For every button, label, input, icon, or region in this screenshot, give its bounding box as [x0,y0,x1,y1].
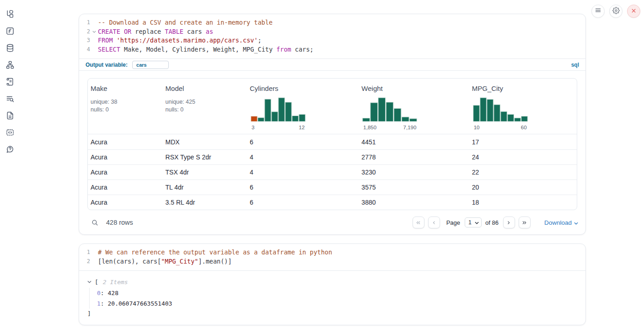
table-cell: 6 [247,199,359,206]
sidebar-item-search-logs[interactable] [5,95,15,105]
table-row: AcuraTSX 4dr4323022 [88,164,577,180]
fold-gutter [90,257,98,266]
scroll-icon [5,77,15,88]
result-table: Makeunique: 38nulls: 0Modelunique: 425nu… [87,78,577,210]
code-text: -- Download a CSV and create an in-memor… [98,18,273,27]
line-number: 2 [79,27,90,37]
histogram-max-label: 12 [299,125,305,130]
code-line: 1# We can reference the output variable … [79,248,585,257]
function-icon [5,26,15,37]
code-line: 2[len(cars), cars["MPG_City"].mean()] [79,257,585,266]
column-header-model[interactable]: Modelunique: 425nulls: 0 [163,79,247,134]
column-header-make[interactable]: Makeunique: 38nulls: 0 [88,79,163,134]
row-count: 428 rows [106,219,133,226]
fold-gutter [90,18,98,27]
next-page-button[interactable] [503,217,515,228]
sidebar-item-file-tree[interactable] [5,10,15,20]
table-cell: Acura [88,138,163,146]
sidebar-item-function[interactable] [5,27,15,37]
table-footer: 428 rows Page 1 of 86 Download [79,210,585,235]
histogram-min-label: 3 [252,125,254,130]
line-number: 1 [79,248,90,257]
last-page-button[interactable] [519,217,531,228]
file-tree-icon [5,10,15,21]
snippets-icon [5,128,15,139]
table-cell: 4451 [359,138,469,146]
table-cell: 3230 [359,169,469,176]
code-line: 1-- Download a CSV and create an in-memo… [79,18,585,27]
page-total: of 86 [485,219,499,226]
column-header-cylinders[interactable]: Cylinders 3 12 [247,79,359,134]
download-label: Download [544,219,572,226]
close-button[interactable] [627,5,640,18]
histogram-weight [362,96,417,122]
sidebar [0,10,20,155]
item-index: 0 [97,290,101,296]
table-cell: Acura [88,199,163,206]
fold-chevron-icon[interactable] [90,27,98,37]
sql-cell: 1-- Download a CSV and create an in-memo… [79,14,586,235]
language-badge: sql [571,62,579,68]
table-cell: 3575 [359,184,469,191]
sidebar-item-database[interactable] [5,44,15,54]
page-select-value: 1 [468,219,472,226]
gear-icon [612,7,620,16]
line-number: 3 [79,36,90,45]
sidebar-item-scroll[interactable] [5,78,15,88]
output-variable-label: Output variable: [86,62,128,68]
table-cell: 22 [469,169,577,176]
line-number: 4 [79,45,90,54]
python-cell: 1# We can reference the output variable … [79,243,586,325]
gear-button[interactable] [609,5,623,18]
table-cell: 3.5 RL 4dr [163,199,247,206]
previous-page-button[interactable] [428,217,440,228]
column-histogram: 1,850 7,190 [362,96,417,130]
help-icon [5,145,15,156]
page-label: Page [446,219,460,226]
menu-button[interactable] [591,5,605,18]
code-line: 3FROM 'https://datasets.marimo.app/cars.… [79,36,585,45]
table-cell: 2778 [359,153,469,161]
table-row: AcuraTL 4dr6357520 [88,180,577,195]
list-item: 1: 20.060747663551403 [97,298,585,309]
table-row: AcuraMDX6445117 [88,134,577,149]
column-stats: unique: 38nulls: 0 [91,98,159,113]
table-cell: 18 [469,199,577,206]
column-histogram: 10 60 [473,96,528,130]
column-header-weight[interactable]: Weight 1,850 7,190 [359,79,469,134]
column-header-mpg_city[interactable]: MPG_City 10 60 [469,79,577,134]
code-text: # We can reference the output variable a… [98,248,332,257]
sidebar-item-dependency-graph[interactable] [5,61,15,71]
column-name: Model [166,85,243,92]
open-bracket: [ [95,279,98,285]
table-cell: RSX Type S 2dr [163,153,247,161]
tree-children: 0: 4281: 20.060747663551403 [89,288,585,309]
page-select[interactable]: 1 [465,217,482,227]
collapse-chevron-icon[interactable] [87,280,92,283]
table-cell: 4 [247,153,359,161]
sidebar-item-document[interactable] [5,111,15,122]
output-variable-input[interactable] [132,61,169,69]
table-cell: 20 [469,184,577,191]
item-value: : 20.060747663551403 [101,300,172,307]
table-cell: 3880 [359,199,469,206]
table-cell: 24 [469,153,577,161]
fold-gutter [90,36,98,45]
sql-editor[interactable]: 1-- Download a CSV and create an in-memo… [79,14,585,58]
column-name: Weight [361,85,465,92]
histogram-mpg_city [473,96,528,122]
sidebar-item-snippets[interactable] [5,128,15,138]
first-page-button[interactable] [413,217,424,228]
table-cell: 17 [469,138,577,146]
tree-root: [ 2 Items [87,277,585,287]
sidebar-item-help[interactable] [5,145,15,155]
close-bracket: ] [87,310,585,317]
table-cell: Acura [88,169,163,176]
close-icon [631,7,637,16]
download-button[interactable]: Download [544,219,578,226]
search-icon[interactable] [91,219,99,227]
python-editor[interactable]: 1# We can reference the output variable … [79,244,585,270]
table-row: AcuraRSX Type S 2dr4277824 [88,149,577,164]
fold-gutter [90,248,98,257]
line-number: 2 [79,257,90,266]
